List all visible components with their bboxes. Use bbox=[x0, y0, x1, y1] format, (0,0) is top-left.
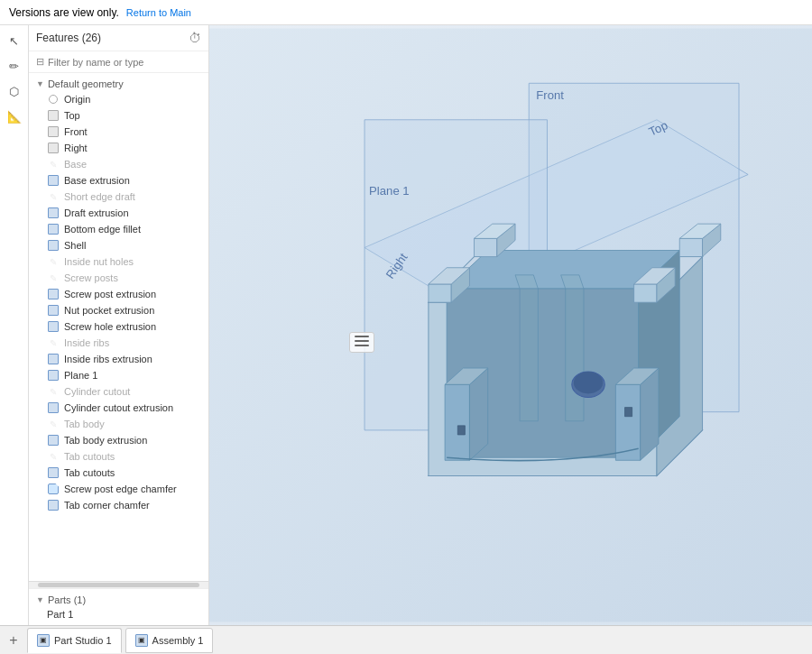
return-to-main-link[interactable]: Return to Main bbox=[126, 7, 191, 18]
svg-marker-15 bbox=[445, 384, 469, 460]
origin-label: Origin bbox=[64, 94, 90, 105]
tab-assembly[interactable]: ▣ Assembly 1 bbox=[125, 628, 214, 653]
toolbar-feature-btn[interactable]: ⬡ bbox=[3, 79, 26, 103]
svg-rect-41 bbox=[355, 336, 369, 337]
inside-ribs-extrusion-label: Inside ribs extrusion bbox=[64, 354, 152, 364]
cylinder-cutout-extrusion-label: Cylinder cutout extrusion bbox=[64, 402, 173, 413]
base-pencil-icon: ✎ bbox=[47, 158, 60, 170]
front-plane-icon bbox=[47, 125, 60, 138]
short-edge-pencil-icon: ✎ bbox=[47, 190, 60, 203]
top-plane-icon bbox=[47, 109, 60, 122]
filter-icon: ⊟ bbox=[36, 56, 44, 68]
add-tab-button[interactable]: + bbox=[4, 631, 23, 650]
bottom-bar: + ▣ Part Studio 1 ▣ Assembly 1 bbox=[0, 625, 812, 654]
sidebar-scrollbar[interactable] bbox=[29, 581, 208, 588]
base-extrusion-label: Base extrusion bbox=[64, 175, 130, 186]
tree-item-screw-post-edge-chamfer[interactable]: Screw post edge chamfer bbox=[29, 481, 208, 497]
tree-item-inside-nut-holes[interactable]: ✎ Inside nut holes bbox=[29, 253, 208, 270]
tree-item-inside-ribs[interactable]: ✎ Inside ribs bbox=[29, 335, 208, 351]
features-header: Features (26) ⏱ bbox=[29, 25, 208, 51]
tree-item-front[interactable]: Front bbox=[29, 124, 208, 140]
tree-item-tab-body-extrusion[interactable]: Tab body extrusion bbox=[29, 432, 208, 448]
svg-marker-40 bbox=[625, 408, 632, 417]
base-extrusion-icon bbox=[47, 174, 60, 187]
features-title: Features (26) bbox=[36, 32, 101, 44]
right-label: Right bbox=[64, 143, 88, 153]
assembly-tab-label: Assembly 1 bbox=[152, 635, 204, 646]
parts-arrow: ▼ bbox=[36, 595, 44, 604]
screw-hole-extrusion-label: Screw hole extrusion bbox=[64, 321, 156, 332]
cylinder-cutout-label: Cylinder cutout bbox=[64, 386, 130, 397]
part-studio-tab-icon: ▣ bbox=[37, 634, 50, 647]
tab-part-studio[interactable]: ▣ Part Studio 1 bbox=[27, 628, 122, 653]
tree-item-base[interactable]: ✎ Base bbox=[29, 156, 208, 172]
left-toolbar: ↖ ✏ ⬡ 📐 bbox=[0, 25, 29, 625]
toolbar-measure-btn[interactable]: 📐 bbox=[3, 105, 26, 128]
svg-marker-27 bbox=[475, 238, 497, 256]
tree-item-top[interactable]: Top bbox=[29, 107, 208, 124]
tree-item-part1[interactable]: Part 1 bbox=[29, 607, 208, 622]
tree-item-screw-posts[interactable]: ✎ Screw posts bbox=[29, 270, 208, 286]
tree-item-origin[interactable]: Origin bbox=[29, 91, 208, 107]
svg-marker-30 bbox=[679, 238, 702, 256]
tree-item-cylinder-cutout-extrusion[interactable]: Cylinder cutout extrusion bbox=[29, 400, 208, 416]
tree-item-nut-pocket-extrusion[interactable]: Nut pocket extrusion bbox=[29, 302, 208, 318]
tab-cutouts-icon bbox=[47, 466, 60, 479]
tab-body-extrusion-icon bbox=[47, 434, 60, 447]
svg-point-38 bbox=[574, 372, 603, 393]
filter-input[interactable] bbox=[48, 57, 201, 68]
scrollbar-thumb[interactable] bbox=[38, 583, 199, 587]
svg-rect-42 bbox=[355, 340, 369, 342]
front-label: Front bbox=[64, 126, 88, 137]
top-bar: Versions are view only. Return to Main bbox=[0, 0, 812, 25]
toolbar-sketch-btn[interactable]: ✏ bbox=[3, 54, 26, 78]
screw-post-extrusion-label: Screw post extrusion bbox=[64, 289, 156, 299]
nut-pocket-extrusion-label: Nut pocket extrusion bbox=[64, 305, 154, 316]
screw-post-edge-chamfer-label: Screw post edge chamfer bbox=[64, 484, 177, 494]
tab-corner-chamfer-icon bbox=[47, 499, 60, 511]
tree-item-tab-cutouts[interactable]: Tab cutouts bbox=[29, 465, 208, 481]
tab-cutouts-pencil-icon: ✎ bbox=[47, 450, 60, 463]
screw-posts-label: Screw posts bbox=[64, 272, 118, 283]
part1-label: Part 1 bbox=[47, 609, 73, 620]
shell-icon bbox=[47, 239, 60, 252]
tree-item-bottom-edge-fillet[interactable]: Bottom edge fillet bbox=[29, 221, 208, 237]
tree-item-shell[interactable]: Shell bbox=[29, 237, 208, 253]
svg-text:Front: Front bbox=[536, 89, 564, 103]
origin-icon bbox=[47, 93, 60, 106]
tree-item-plane-1[interactable]: Plane 1 bbox=[29, 367, 208, 383]
tab-cutouts-sketch-label: Tab cutouts bbox=[64, 451, 115, 462]
section-list-icon[interactable] bbox=[349, 332, 374, 353]
parts-section: ▼ Parts (1) Part 1 bbox=[29, 588, 208, 625]
svg-marker-24 bbox=[634, 284, 657, 302]
tree-item-base-extrusion[interactable]: Base extrusion bbox=[29, 172, 208, 189]
part-studio-tab-label: Part Studio 1 bbox=[54, 635, 112, 646]
tree-item-screw-post-extrusion[interactable]: Screw post extrusion bbox=[29, 286, 208, 302]
cylinder-cutout-pencil-icon: ✎ bbox=[47, 385, 60, 398]
tree-item-draft-extrusion[interactable]: Draft extrusion bbox=[29, 205, 208, 221]
main-content: ↖ ✏ ⬡ 📐 Features (26) ⏱ ⊟ ▼ Default geom… bbox=[0, 25, 812, 625]
tree-item-tab-cutouts-sketch[interactable]: ✎ Tab cutouts bbox=[29, 448, 208, 465]
tree-item-short-edge-draft[interactable]: ✎ Short edge draft bbox=[29, 189, 208, 205]
tree-item-tab-corner-chamfer[interactable]: Tab corner chamfer bbox=[29, 497, 208, 513]
tab-body-extrusion-label: Tab body extrusion bbox=[64, 435, 147, 446]
screw-post-edge-chamfer-icon bbox=[47, 483, 60, 495]
inside-ribs-pencil-icon: ✎ bbox=[47, 336, 60, 349]
features-clock-icon[interactable]: ⏱ bbox=[189, 31, 201, 45]
toolbar-cursor-btn[interactable]: ↖ bbox=[3, 29, 26, 52]
svg-text:Plane 1: Plane 1 bbox=[369, 184, 410, 198]
default-geometry-section[interactable]: ▼ Default geometry bbox=[29, 77, 208, 91]
base-label: Base bbox=[64, 159, 87, 170]
inside-ribs-label: Inside ribs bbox=[64, 337, 109, 348]
tree-item-right[interactable]: Right bbox=[29, 140, 208, 156]
sidebar: Features (26) ⏱ ⊟ ▼ Default geometry Ori… bbox=[29, 25, 209, 625]
tree-item-tab-body[interactable]: ✎ Tab body bbox=[29, 416, 208, 432]
tree-item-cylinder-cutout[interactable]: ✎ Cylinder cutout bbox=[29, 383, 208, 400]
shell-label: Shell bbox=[64, 240, 86, 251]
bottom-edge-fillet-label: Bottom edge fillet bbox=[64, 224, 141, 235]
tree-item-inside-ribs-extrusion[interactable]: Inside ribs extrusion bbox=[29, 351, 208, 367]
tree-item-screw-hole-extrusion[interactable]: Screw hole extrusion bbox=[29, 318, 208, 335]
parts-section-header[interactable]: ▼ Parts (1) bbox=[29, 593, 208, 607]
svg-marker-36 bbox=[566, 289, 584, 421]
canvas-area[interactable]: Front Plane 1 Top Right bbox=[209, 25, 812, 625]
